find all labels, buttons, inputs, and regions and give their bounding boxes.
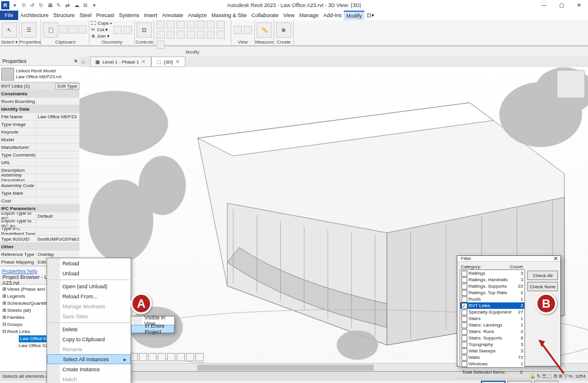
status-icon[interactable]: ▽: [564, 374, 567, 379]
modify-icon[interactable]: [207, 21, 215, 29]
filter-row[interactable]: Railings3: [460, 270, 524, 277]
properties-section-header[interactable]: Other: [0, 243, 79, 251]
checkbox[interactable]: [461, 329, 467, 335]
checkbox[interactable]: [461, 361, 467, 367]
file-menu[interactable]: File: [0, 11, 18, 20]
checkbox[interactable]: [461, 355, 467, 361]
paste-button[interactable]: 📋: [43, 22, 58, 38]
cut-icon[interactable]: [59, 25, 68, 34]
matchprop-icon[interactable]: [78, 25, 87, 34]
tab-modify[interactable]: Modify: [344, 11, 364, 20]
property-row[interactable]: Type Comments: [0, 151, 79, 159]
filter-row[interactable]: Stairs: Landings1: [460, 322, 524, 328]
check-all-button[interactable]: Check All: [527, 271, 558, 280]
tab-analyze[interactable]: Analyze: [185, 11, 209, 20]
property-row[interactable]: Manufacturer: [0, 144, 79, 151]
property-row[interactable]: Room Bounding: [0, 98, 79, 105]
filter-row[interactable]: Stairs: Supports8: [460, 335, 524, 341]
status-icon[interactable]: %: [569, 374, 573, 379]
menu-item[interactable]: Create Instance: [47, 364, 131, 374]
qat-redo-icon[interactable]: ↻: [37, 1, 45, 9]
modify-icon[interactable]: [167, 21, 175, 29]
window-restore-icon[interactable]: ▢: [553, 0, 570, 11]
geo-icon[interactable]: [124, 26, 132, 34]
checkbox[interactable]: [461, 284, 467, 289]
reveal-icon[interactable]: [195, 353, 204, 361]
property-row[interactable]: Model: [0, 136, 79, 144]
window-close-icon[interactable]: ✕: [570, 0, 588, 11]
filter-row[interactable]: Topography3: [460, 341, 524, 348]
checkbox[interactable]: [461, 342, 467, 348]
tab-steel[interactable]: Steel: [77, 11, 94, 20]
qat-undo-icon[interactable]: ↺: [28, 1, 36, 9]
qat-icon[interactable]: ☁: [72, 1, 81, 9]
type-selector[interactable]: Linked Revit Model Law Office MEP23.rvt: [0, 66, 79, 82]
modify-icon[interactable]: [197, 31, 205, 39]
instance-selector[interactable]: RVT Links (1): [0, 82, 36, 89]
qat-icon[interactable]: ✎: [55, 1, 63, 9]
view-cube[interactable]: [557, 70, 585, 98]
modify-icon[interactable]: [187, 31, 195, 39]
tab-insert[interactable]: Insert: [142, 11, 160, 20]
menu-item[interactable]: Copy to Clipboard: [47, 334, 131, 344]
property-row[interactable]: Description: [0, 166, 79, 174]
properties-section-header[interactable]: IFC Parameters: [0, 205, 79, 212]
properties-help-link[interactable]: Properties help: [2, 268, 38, 274]
qat-icon[interactable]: ▾: [90, 1, 98, 9]
checkbox[interactable]: [461, 290, 467, 296]
view-tab[interactable]: ▦Level 1 - Phase 1✕: [90, 56, 151, 67]
property-row[interactable]: Assembly Code: [0, 182, 79, 189]
render-icon[interactable]: [148, 353, 157, 361]
crop-region-icon[interactable]: [167, 353, 175, 361]
tab-manage[interactable]: Manage: [297, 11, 321, 20]
checkbox[interactable]: [461, 335, 467, 341]
close-tab-icon[interactable]: ✕: [175, 59, 180, 65]
property-row[interactable]: Cost: [0, 197, 79, 205]
modify-icon[interactable]: [197, 21, 205, 29]
property-row[interactable]: Export Type to IFCDefault: [0, 212, 79, 220]
menu-item[interactable]: Reload: [47, 258, 131, 268]
tab-massing[interactable]: Massing & Site: [209, 11, 249, 20]
modify-icon[interactable]: [217, 31, 225, 39]
tab-collaborate[interactable]: Collaborate: [249, 11, 281, 20]
checkbox[interactable]: [461, 297, 467, 302]
qat-print-icon[interactable]: 🖶: [46, 1, 54, 9]
cancel-button[interactable]: Cancel: [507, 381, 532, 383]
tab-view[interactable]: View: [281, 11, 297, 20]
view-icon[interactable]: [234, 26, 242, 34]
window-minimize-icon[interactable]: —: [535, 0, 553, 11]
property-row[interactable]: Keynote: [0, 128, 79, 136]
modify-icon[interactable]: [157, 41, 165, 49]
ribbon-collapse-icon[interactable]: ⊡▾: [364, 11, 377, 20]
cope-button[interactable]: ⛶ Cope ▾: [91, 20, 112, 26]
filter-row[interactable]: Railings: Supports22: [460, 283, 524, 289]
property-row[interactable]: Type IfcGUID0un8UMiFzCEPalUXfPHVLfi: [0, 235, 79, 243]
modify-icon[interactable]: [167, 31, 175, 39]
measure-button[interactable]: 📏: [257, 22, 272, 38]
properties-button[interactable]: ☰: [21, 22, 36, 38]
tab-precast[interactable]: Precast: [94, 11, 117, 20]
filter-row[interactable]: Railings: Top Rails2: [460, 289, 524, 296]
cut-button[interactable]: ✂ Cut ▾: [91, 26, 112, 33]
qat-open-icon[interactable]: ⎘: [19, 1, 28, 9]
checkbox[interactable]: [461, 316, 467, 322]
modify-button[interactable]: ↖: [2, 22, 17, 38]
modify-icon[interactable]: [207, 31, 215, 39]
close-icon[interactable]: ✕: [74, 58, 78, 64]
apply-button[interactable]: Apply: [534, 381, 559, 383]
checkbox[interactable]: [461, 348, 467, 354]
close-tab-icon[interactable]: ✕: [141, 59, 146, 65]
checkbox[interactable]: [461, 271, 467, 277]
checkbox[interactable]: [461, 309, 467, 315]
lock-icon[interactable]: [177, 353, 185, 361]
view-tab[interactable]: ⬚{3D}✕: [151, 56, 185, 67]
filter-row[interactable]: Walls72: [460, 354, 524, 361]
close-icon[interactable]: ✕: [553, 255, 558, 262]
properties-section-header[interactable]: Identity Data: [0, 105, 79, 113]
join-button[interactable]: ⊕ Join ▾: [91, 33, 112, 39]
property-row[interactable]: URL: [0, 159, 79, 166]
crop-icon[interactable]: [158, 353, 166, 361]
filter-row[interactable]: Roofs1: [460, 296, 524, 302]
filter-row[interactable]: Stairs: Runs2: [460, 328, 524, 335]
ok-button[interactable]: OK: [481, 381, 506, 383]
